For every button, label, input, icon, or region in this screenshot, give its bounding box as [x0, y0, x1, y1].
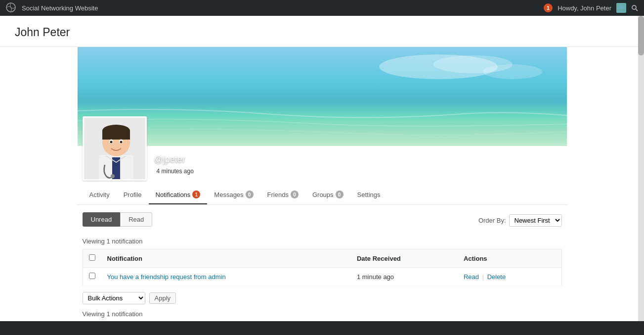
row-date-cell: 1 minute ago [351, 268, 458, 286]
footer-bar [0, 321, 644, 335]
admin-bar-left: Social Networking Website [6, 2, 98, 14]
wordpress-icon[interactable] [6, 2, 16, 14]
svg-rect-14 [102, 131, 130, 140]
svg-point-1 [619, 5, 623, 9]
order-by-label: Order By: [478, 217, 506, 224]
tab-messages[interactable]: Messages 0 [207, 186, 260, 204]
search-button[interactable] [631, 4, 638, 11]
col-actions: Actions [458, 249, 561, 268]
tab-friends[interactable]: Friends 0 [260, 186, 305, 204]
delete-action-link[interactable]: Delete [487, 273, 506, 281]
svg-line-3 [636, 9, 638, 11]
page-title-bar: John Peter [0, 16, 644, 47]
col-checkbox [83, 249, 101, 268]
notification-link[interactable]: You have a friendship request from admin [107, 273, 226, 281]
unread-tab[interactable]: Unread [83, 212, 121, 227]
tab-notifications[interactable]: Notifications 1 [149, 186, 208, 204]
row-actions-cell: Read | Delete [458, 268, 561, 286]
profile-container: @jpeter 4 minutes ago Activity Profile N… [68, 47, 577, 329]
tab-notifications-label: Notifications [156, 191, 191, 198]
profile-nav: Activity Profile Notifications 1 Message… [78, 186, 567, 205]
howdy-text: Howdy, John Peter [558, 4, 611, 12]
svg-point-11 [111, 174, 115, 178]
tab-settings-label: Settings [357, 191, 381, 198]
viewing-count-bottom: Viewing 1 notification [83, 310, 562, 318]
viewing-count-top: Viewing 1 notification [83, 238, 562, 245]
profile-info: @jpeter 4 minutes ago [147, 154, 196, 181]
profile-last-active: 4 minutes ago [154, 167, 196, 176]
profile-avatar-row: @jpeter 4 minutes ago [78, 116, 567, 181]
table-row: You have a friendship request from admin… [83, 268, 561, 286]
tab-groups-label: Groups [312, 191, 334, 198]
tab-activity-label: Activity [89, 191, 110, 198]
tab-profile-label: Profile [124, 191, 142, 198]
select-all-checkbox[interactable] [89, 254, 95, 261]
action-separator: | [482, 273, 484, 281]
page-title: John Peter [15, 26, 629, 39]
groups-badge: 0 [336, 191, 343, 198]
scrollbar-thumb[interactable] [638, 16, 644, 55]
row-notification-cell: You have a friendship request from admin [101, 268, 351, 286]
tab-groups[interactable]: Groups 0 [305, 186, 350, 204]
profile-avatar [83, 116, 147, 181]
read-action-link[interactable]: Read [464, 273, 479, 281]
apply-button[interactable]: Apply [149, 292, 176, 304]
friends-badge: 0 [291, 191, 299, 198]
notifications-area: Unread Read Order By: Newest First Oldes… [78, 205, 567, 329]
bulk-actions-select[interactable]: Bulk Actions Mark as Read Mark as Unread… [83, 292, 145, 304]
col-notification: Notification [101, 249, 351, 268]
notifications-badge: 1 [192, 191, 200, 198]
tab-settings[interactable]: Settings [350, 186, 387, 204]
svg-point-17 [110, 141, 112, 144]
profile-handle: @jpeter [154, 154, 196, 165]
tab-activity[interactable]: Activity [83, 186, 117, 204]
svg-point-7 [483, 64, 542, 79]
order-by-row: Order By: Newest First Oldest First [478, 214, 562, 227]
order-by-select[interactable]: Newest First Oldest First [509, 214, 562, 227]
tab-friends-label: Friends [267, 191, 289, 198]
tab-messages-label: Messages [214, 191, 243, 198]
user-avatar-small[interactable] [616, 3, 626, 13]
row-checkbox[interactable] [89, 273, 95, 279]
notif-tabs: Unread Read [83, 212, 153, 227]
admin-bar-right: 1 Howdy, John Peter [544, 3, 638, 13]
row-checkbox-cell [83, 268, 101, 286]
notifications-table: Notification Date Received Actions You h… [83, 249, 562, 286]
admin-bar: Social Networking Website 1 Howdy, John … [0, 0, 644, 16]
svg-point-18 [120, 141, 122, 144]
tab-profile[interactable]: Profile [117, 186, 149, 204]
scrollbar-track[interactable] [638, 16, 644, 321]
site-name[interactable]: Social Networking Website [22, 4, 98, 12]
messages-badge: 0 [246, 191, 254, 198]
bulk-actions-row: Bulk Actions Mark as Read Mark as Unread… [83, 292, 562, 304]
col-date-received: Date Received [351, 249, 458, 268]
read-tab[interactable]: Read [120, 212, 152, 227]
table-header-row: Notification Date Received Actions [83, 249, 561, 268]
main-content: John Peter [0, 16, 644, 335]
svg-point-2 [632, 5, 636, 9]
notification-count[interactable]: 1 [544, 3, 553, 12]
